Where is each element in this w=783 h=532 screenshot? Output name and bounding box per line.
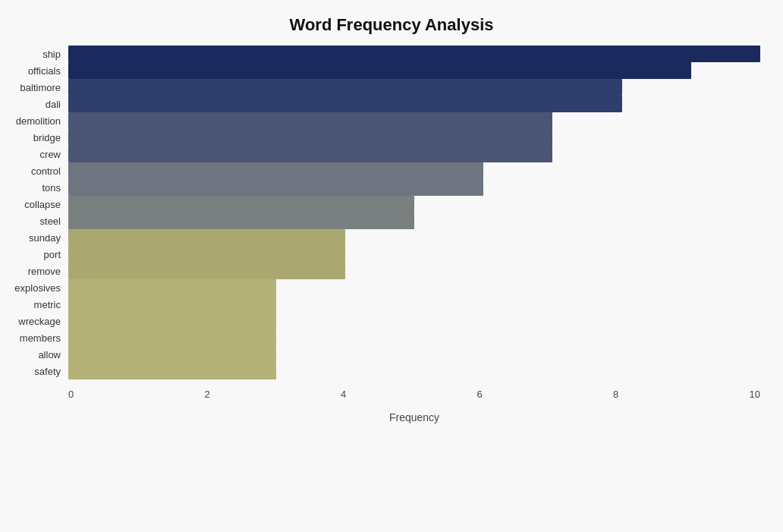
bar-row: steel	[68, 212, 760, 229]
bar-row: explosives	[68, 279, 760, 296]
bar-row: collapse	[68, 196, 760, 212]
bar-label: dali	[0, 99, 68, 110]
bar-row: safety	[68, 363, 760, 379]
bar-label: crew	[0, 149, 68, 160]
bar-row: ship	[68, 46, 760, 62]
chart-title: Word Frequency Analysis	[23, 15, 760, 35]
bar-label: officials	[0, 65, 68, 77]
bar-fill	[68, 79, 622, 96]
bar-label: remove	[0, 266, 68, 277]
bar-row: baltimore	[68, 79, 760, 96]
bar-fill	[68, 62, 691, 79]
bar-row: sunday	[68, 229, 760, 246]
bar-row: bridge	[68, 129, 760, 146]
x-axis: 0246810	[68, 386, 760, 408]
bar-fill	[68, 329, 276, 346]
bar-label: metric	[0, 299, 68, 310]
bar-fill	[68, 279, 276, 296]
bar-row: control	[68, 162, 760, 179]
bar-track	[68, 196, 760, 212]
bar-label: control	[0, 165, 68, 177]
x-axis-label: 2	[205, 389, 210, 408]
bar-track	[68, 79, 760, 96]
bar-fill	[68, 296, 276, 313]
bar-fill	[68, 112, 552, 129]
chart-container: Word Frequency Analysis shipofficialsbal…	[0, 0, 783, 532]
bar-label: bridge	[0, 132, 68, 143]
bar-track	[68, 279, 760, 296]
bar-fill	[68, 363, 276, 379]
bar-track	[68, 96, 760, 112]
bar-fill	[68, 212, 414, 229]
x-axis-title: Frequency	[68, 411, 760, 423]
x-axis-label: 8	[613, 389, 618, 408]
bar-label: safety	[0, 366, 68, 377]
bar-row: tons	[68, 179, 760, 196]
bar-row: crew	[68, 146, 760, 162]
bar-row: officials	[68, 62, 760, 79]
bar-row: members	[68, 329, 760, 346]
bar-label: baltimore	[0, 82, 68, 93]
bar-label: ship	[0, 49, 68, 60]
bar-track	[68, 162, 760, 179]
bar-fill	[68, 129, 552, 146]
bar-fill	[68, 162, 483, 179]
bar-track	[68, 296, 760, 313]
bar-label: members	[0, 332, 68, 344]
bar-track	[68, 346, 760, 363]
bar-row: allow	[68, 346, 760, 363]
bar-row: demolition	[68, 112, 760, 129]
x-axis-label: 0	[68, 389, 74, 408]
bar-track	[68, 46, 760, 62]
x-axis-label: 4	[341, 389, 346, 408]
bar-track	[68, 112, 760, 129]
bar-fill	[68, 96, 622, 112]
bar-row: remove	[68, 263, 760, 279]
bar-label: collapse	[0, 199, 68, 210]
bar-row: port	[68, 246, 760, 263]
x-axis-label: 6	[477, 389, 483, 408]
bar-track	[68, 129, 760, 146]
bar-label: sunday	[0, 232, 68, 244]
bar-track	[68, 246, 760, 263]
bar-label: port	[0, 249, 68, 260]
bar-label: steel	[0, 216, 68, 227]
bar-track	[68, 313, 760, 329]
bar-fill	[68, 46, 760, 62]
bar-row: dali	[68, 96, 760, 112]
bar-fill	[68, 196, 414, 212]
bar-track	[68, 62, 760, 79]
bar-row: metric	[68, 296, 760, 313]
bar-track	[68, 146, 760, 162]
bar-track	[68, 363, 760, 379]
bar-label: demolition	[0, 115, 68, 127]
bar-fill	[68, 229, 345, 246]
bar-track	[68, 212, 760, 229]
bar-label: explosives	[0, 282, 68, 294]
bar-track	[68, 229, 760, 246]
bar-fill	[68, 146, 552, 162]
bar-row: wreckage	[68, 313, 760, 329]
bar-fill	[68, 179, 483, 196]
x-axis-labels: 0246810	[68, 386, 760, 408]
bar-fill	[68, 263, 345, 279]
bar-track	[68, 179, 760, 196]
bar-label: wreckage	[0, 316, 68, 327]
bars-section: shipofficialsbaltimoredalidemolitionbrid…	[68, 46, 760, 379]
bar-fill	[68, 346, 276, 363]
bar-label: allow	[0, 349, 68, 360]
bar-track	[68, 263, 760, 279]
bar-fill	[68, 246, 345, 263]
bar-track	[68, 329, 760, 346]
x-axis-label: 10	[750, 389, 760, 408]
bar-fill	[68, 313, 276, 329]
bar-label: tons	[0, 182, 68, 194]
